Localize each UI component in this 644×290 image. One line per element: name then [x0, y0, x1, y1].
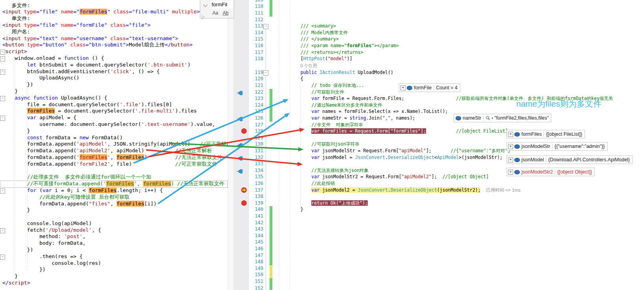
line-number[interactable]: 123 — [249, 95, 263, 102]
line-number[interactable]: 145 — [249, 239, 263, 246]
line-number[interactable]: 119 — [249, 69, 263, 76]
line-number[interactable]: 124 — [249, 102, 263, 109]
magnifier-icon[interactable] — [486, 116, 490, 120]
line-number[interactable]: 118 — [249, 55, 263, 62]
line-number[interactable]: 139 — [249, 200, 263, 207]
line-number[interactable]: 147 — [249, 252, 263, 259]
line-number[interactable]: 143 — [249, 226, 263, 233]
left-code-area[interactable]: 多文件:<input type="file" name="formFiles" … — [0, 2, 228, 286]
line-number[interactable]: 116 — [249, 42, 263, 49]
line-number[interactable]: 135 — [249, 174, 263, 180]
code-segment: ]; — [432, 174, 437, 179]
line-number[interactable]: 120 — [249, 76, 263, 82]
code-segment — [2, 62, 27, 68]
code-segment: type — [27, 42, 39, 48]
line-number[interactable]: 130 — [249, 141, 263, 148]
fold-toggle-icon[interactable]: − — [0, 116, 5, 121]
left-editor-pane[interactable]: 多文件:<input type="file" name="formFiles" … — [0, 0, 228, 290]
fold-toggle-icon[interactable]: − — [0, 70, 5, 75]
line-number[interactable]: 141 — [249, 213, 263, 220]
line-number[interactable]: 111 — [249, 10, 263, 17]
match-case-button[interactable]: Aa — [212, 10, 218, 16]
drag-grip-icon[interactable] — [202, 15, 203, 16]
line-number[interactable]: 125 — [249, 108, 263, 115]
expander-icon[interactable]: + — [400, 85, 406, 91]
line-number[interactable]: 137 — [249, 187, 263, 194]
line-number[interactable]: 136 — [249, 180, 263, 187]
bookmark-pin-icon[interactable] — [237, 142, 244, 150]
line-number[interactable]: 121 — [249, 82, 263, 89]
fold-toggle-icon[interactable]: − — [0, 188, 5, 194]
line-number[interactable]: 110 — [249, 3, 263, 10]
line-number[interactable]: 142 — [249, 220, 263, 226]
fold-toggle-icon[interactable]: − — [0, 56, 5, 61]
breakpoint-icon[interactable] — [241, 200, 247, 206]
line-number[interactable]: 117 — [249, 49, 263, 56]
line-number[interactable]: 152 — [249, 285, 263, 290]
line-number[interactable]: 151 — [249, 278, 263, 285]
code-segment: </ — [165, 42, 171, 48]
line-number[interactable]: 150 — [249, 272, 263, 278]
fold-toggle-icon[interactable]: − — [263, 24, 268, 29]
line-number[interactable]: 131 — [249, 148, 263, 154]
line-number[interactable]: 148 — [249, 259, 263, 265]
code-line — [273, 161, 279, 167]
code-segment: , — [83, 233, 86, 239]
expander-icon[interactable]: + — [508, 170, 513, 175]
fold-toggle-icon[interactable]: − — [0, 228, 5, 233]
bookmark-pin-icon[interactable] — [237, 155, 244, 163]
code-segment: script — [6, 48, 24, 54]
line-number[interactable]: 138 — [249, 193, 263, 200]
whole-word-button[interactable]: Ab — [223, 10, 229, 16]
find-query-input[interactable]: formFil — [212, 1, 233, 9]
code-line — [273, 226, 279, 233]
code-segment — [21, 22, 24, 28]
line-number[interactable]: 129 — [249, 135, 263, 141]
line-number[interactable]: 146 — [249, 246, 263, 252]
chevron-down-icon[interactable] — [203, 2, 207, 7]
line-number[interactable]: 112 — [249, 17, 263, 23]
code-segment: button — [6, 42, 24, 48]
line-number[interactable]: 144 — [249, 233, 263, 239]
line-number[interactable]: 140 — [249, 206, 263, 213]
line-number[interactable]: 134 — [249, 167, 263, 174]
code-line — [273, 259, 279, 265]
line-number[interactable]: 114 — [249, 30, 263, 36]
code-segment: const — [27, 135, 43, 140]
code-line: fetch('/Upload/model', { — [0, 227, 228, 234]
expander-icon[interactable]: + — [508, 157, 513, 163]
code-segment: "apiModel" — [399, 148, 426, 153]
code-line: }) — [0, 247, 228, 253]
code-segment: , { — [92, 227, 101, 233]
line-number[interactable]: 128 — [249, 128, 263, 135]
line-number[interactable]: 127 — [249, 122, 263, 128]
line-number[interactable]: 122 — [249, 89, 263, 96]
code-segment: name — [61, 35, 73, 41]
code-segment: } — [279, 207, 303, 212]
code-segment — [432, 148, 450, 153]
line-number[interactable]: 115 — [249, 36, 263, 42]
line-number[interactable]: 149 — [249, 265, 263, 272]
bookmark-pin-icon[interactable] — [237, 90, 244, 97]
current-statement-icon[interactable] — [241, 187, 247, 193]
bookmark-pin-icon[interactable] — [237, 116, 244, 123]
expander-icon[interactable]: + — [508, 144, 513, 149]
line-number[interactable]: 126 — [249, 115, 263, 122]
fold-toggle-icon[interactable]: − — [0, 50, 5, 55]
line-number[interactable]: 109 — [249, 0, 263, 3]
line-number[interactable]: 132 — [249, 154, 263, 161]
fold-toggle-icon[interactable]: − — [0, 96, 5, 101]
codelens-references[interactable]: 0 个引用 — [300, 62, 317, 69]
bookmark-pin-icon[interactable] — [237, 168, 244, 175]
line-number[interactable]: 113 — [249, 23, 263, 30]
code-segment: //此处报错 — [279, 181, 335, 186]
chevron-down-icon[interactable]: ▾ — [491, 116, 493, 120]
code-line — [273, 239, 279, 246]
line-number[interactable]: 133 — [249, 161, 263, 167]
expander-icon[interactable]: + — [508, 132, 513, 137]
fold-toggle-icon[interactable]: − — [263, 70, 268, 76]
left-editor-scrollbar[interactable] — [228, 0, 234, 290]
code-segment: , () => { — [132, 68, 160, 74]
fold-toggle-icon[interactable]: − — [0, 255, 5, 260]
code-segment: IActionResult — [320, 70, 355, 75]
